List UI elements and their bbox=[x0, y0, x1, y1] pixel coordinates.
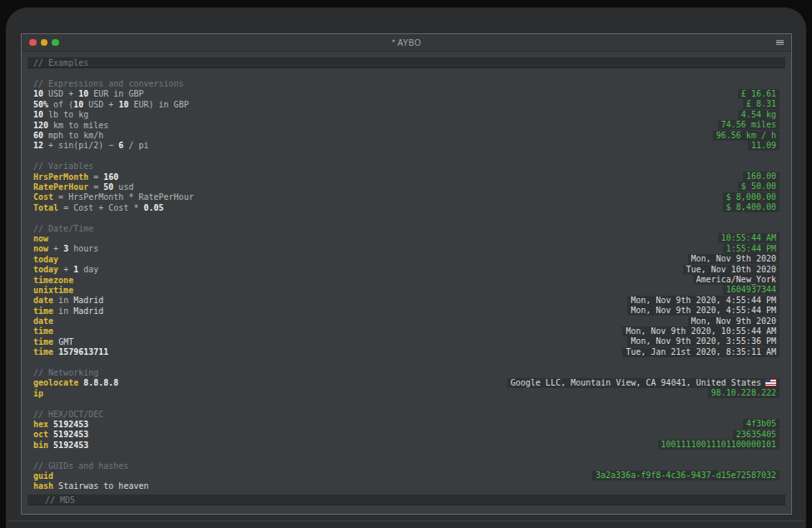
text-token: Stairwas to heaven bbox=[53, 481, 148, 491]
editor-line[interactable]: time GMTMon, Nov 9th 2020, 3:55:36 PM bbox=[27, 336, 785, 346]
result-chip[interactable]: $ 8,400.00 bbox=[723, 202, 780, 212]
editor-line[interactable]: Total = Cost + Cost * 0.05$ 8,400.00 bbox=[27, 202, 785, 212]
number-token: 5192453 bbox=[53, 441, 88, 450]
minimize-button[interactable] bbox=[41, 39, 48, 47]
text-token: GMT bbox=[58, 337, 73, 346]
editor-line[interactable]: now10:55:44 AM bbox=[27, 233, 785, 243]
keyword-token: hex bbox=[33, 420, 48, 429]
editor-line[interactable]: // Examples bbox=[27, 57, 785, 68]
editor-line[interactable]: bin 519245310011110011101100000101 bbox=[27, 440, 785, 450]
result-chip[interactable]: 3a2a336a-f9f8-4c36-9437-d15e72587032 bbox=[592, 471, 780, 481]
result-chip[interactable]: $ 8,000.00 bbox=[723, 192, 780, 202]
result-chip[interactable]: America/New_York bbox=[693, 275, 780, 285]
editor-line[interactable]: geolocate 8.8.8.8Google LLC, Mountain Vi… bbox=[27, 378, 785, 388]
keyword-token: geolocate bbox=[33, 378, 78, 387]
result-chip[interactable]: 4.54 kg bbox=[738, 110, 780, 120]
comment-token: // Variables bbox=[33, 162, 93, 171]
editor-line[interactable] bbox=[27, 212, 785, 222]
number-token: 50% bbox=[33, 100, 48, 109]
result-chip[interactable]: 23635405 bbox=[733, 430, 780, 440]
editor-line[interactable]: timezoneAmerica/New_York bbox=[27, 275, 785, 285]
editor-line[interactable]: 50% of (10 USD + 10 EUR) in GBP£ 8.31 bbox=[27, 99, 785, 109]
editor-line[interactable]: HrsPerMonth = 160160.00 bbox=[27, 172, 785, 182]
editor-line[interactable]: // HEX/OCT/DEC bbox=[27, 409, 785, 419]
editor-area[interactable]: // Examples// Expressions and conversion… bbox=[22, 52, 791, 514]
editor-line[interactable]: // Date/Time bbox=[27, 223, 785, 233]
text-token: = bbox=[88, 182, 103, 192]
editor-line[interactable]: time in MadridMon, Nov 9th 2020, 4:55:44… bbox=[27, 306, 785, 316]
editor-line[interactable]: unixtime1604937344 bbox=[27, 285, 785, 295]
result-chip[interactable]: 74.56 miles bbox=[718, 120, 780, 130]
editor-line[interactable] bbox=[27, 399, 785, 409]
text-token: USD + bbox=[43, 89, 78, 98]
result-chip[interactable]: 4f3b05 bbox=[743, 419, 780, 429]
editor-line[interactable] bbox=[27, 151, 785, 161]
result-chip[interactable]: Google LLC, Mountain View, CA 94041, Uni… bbox=[507, 378, 780, 388]
keyword-token: Total bbox=[33, 203, 58, 212]
expression-text: HrsPerMonth = 160 bbox=[33, 172, 118, 182]
editor-line[interactable]: now + 3 hours1:55:44 PM bbox=[27, 244, 785, 254]
result-chip[interactable]: Mon, Nov 9th 2020, 10:55:44 AM bbox=[622, 326, 780, 336]
result-chip[interactable]: $ 50.00 bbox=[738, 182, 780, 192]
comment-token: // HEX/OCT/DEC bbox=[33, 410, 103, 419]
result-chip[interactable]: 98.10.228.222 bbox=[708, 388, 780, 398]
comment-token: // Networking bbox=[33, 368, 98, 377]
editor-line[interactable]: 120 km to miles74.56 miles bbox=[27, 120, 785, 130]
editor-line[interactable]: dateMon, Nov 9th 2020 bbox=[27, 316, 785, 326]
text-token: EUR) in GBP bbox=[128, 100, 188, 109]
zoom-button[interactable] bbox=[52, 39, 59, 47]
editor-line[interactable] bbox=[27, 450, 785, 460]
editor-line[interactable]: // Expressions and conversions bbox=[27, 78, 785, 88]
editor-line[interactable]: 10 lb to kg4.54 kg bbox=[27, 110, 785, 120]
editor-line[interactable]: time 1579613711Tue, Jan 21st 2020, 8:35:… bbox=[27, 347, 785, 357]
result-chip[interactable]: 10011110011101100000101 bbox=[658, 440, 780, 450]
result-chip[interactable]: Mon, Nov 9th 2020 bbox=[688, 254, 780, 264]
editor-line[interactable]: // Networking bbox=[27, 367, 785, 377]
keyword-token: ip bbox=[33, 389, 43, 398]
editor-line[interactable]: 60 mph to km/h96.56 km / h bbox=[27, 130, 785, 140]
expression-text: time 1579613711 bbox=[33, 347, 108, 356]
close-button[interactable] bbox=[29, 39, 37, 47]
text-token: = Cost + Cost * bbox=[58, 203, 143, 212]
hamburger-icon[interactable] bbox=[776, 37, 784, 48]
result-chip[interactable]: Mon, Nov 9th 2020, 4:55:44 PM bbox=[627, 306, 780, 316]
result-chip[interactable]: Tue, Nov 10th 2020 bbox=[683, 265, 780, 275]
editor-line[interactable]: // GUIDs and hashes bbox=[27, 461, 785, 471]
expression-text: now bbox=[33, 234, 48, 243]
result-chip[interactable]: Tue, Jan 21st 2020, 8:35:11 AM bbox=[622, 347, 780, 357]
editor-line[interactable]: timeMon, Nov 9th 2020, 10:55:44 AM bbox=[27, 326, 785, 336]
result-chip[interactable]: £ 8.31 bbox=[743, 99, 780, 109]
keyword-token: RatePerHour bbox=[33, 182, 88, 192]
editor-line[interactable]: oct 519245323635405 bbox=[27, 430, 785, 440]
editor-line[interactable]: hex 51924534f3b05 bbox=[27, 419, 785, 429]
editor-line[interactable]: 12 + sin(pi/2) − 6 / pi11.09 bbox=[27, 141, 785, 151]
result-chip[interactable]: £ 16.61 bbox=[738, 89, 780, 99]
result-chip[interactable]: Mon, Nov 9th 2020, 3:55:36 PM bbox=[627, 336, 780, 346]
expression-text: 50% of (10 USD + 10 EUR) in GBP bbox=[33, 100, 189, 109]
expression-text: timezone bbox=[33, 276, 73, 285]
editor-line[interactable]: RatePerHour = 50 usd$ 50.00 bbox=[27, 182, 785, 192]
result-chip[interactable]: 1:55:44 PM bbox=[723, 244, 780, 254]
result-chip[interactable]: 11.09 bbox=[748, 141, 780, 151]
editor-line[interactable]: // MD5 bbox=[27, 494, 785, 506]
result-chip[interactable]: 96.56 km / h bbox=[713, 131, 780, 141]
editor-line[interactable] bbox=[27, 357, 785, 367]
result-chip[interactable]: Mon, Nov 9th 2020 bbox=[688, 316, 780, 326]
editor-line[interactable]: 10 USD + 10 EUR in GBP£ 16.61 bbox=[27, 89, 785, 99]
text-token: in bbox=[53, 306, 73, 316]
expression-text: Cost = HrsPerMonth * RatePerHour bbox=[33, 192, 194, 202]
editor-line[interactable]: todayMon, Nov 9th 2020 bbox=[27, 254, 785, 264]
editor-line[interactable]: hash Stairwas to heaven bbox=[27, 481, 785, 491]
result-chip[interactable]: 160.00 bbox=[743, 172, 780, 182]
editor-line[interactable]: date in MadridMon, Nov 9th 2020, 4:55:44… bbox=[27, 296, 785, 306]
editor-line[interactable]: today + 1 dayTue, Nov 10th 2020 bbox=[27, 264, 785, 274]
editor-line[interactable]: // Variables bbox=[27, 162, 785, 172]
keyword-token: oct bbox=[33, 430, 48, 439]
result-chip[interactable]: Mon, Nov 9th 2020, 4:55:44 PM bbox=[627, 296, 780, 306]
result-chip[interactable]: 10:55:44 AM bbox=[718, 233, 780, 243]
editor-line[interactable]: Cost = HrsPerMonth * RatePerHour$ 8,000.… bbox=[27, 192, 785, 202]
editor-line[interactable]: ip98.10.228.222 bbox=[27, 388, 785, 398]
result-chip[interactable]: 1604937344 bbox=[723, 285, 780, 295]
editor-line[interactable] bbox=[27, 68, 785, 78]
editor-line[interactable]: guid3a2a336a-f9f8-4c36-9437-d15e72587032 bbox=[27, 471, 785, 481]
